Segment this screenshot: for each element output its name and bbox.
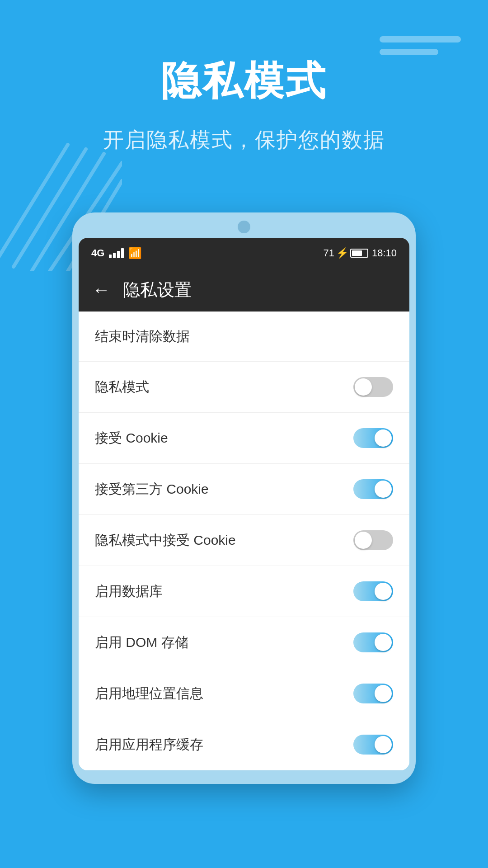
- status-left: 4G 📶: [91, 247, 142, 259]
- settings-item-database: 启用数据库: [79, 566, 409, 617]
- phone-frame: 4G 📶 71 ⚡: [72, 212, 416, 784]
- item-label-dom-storage: 启用 DOM 存储: [95, 633, 188, 652]
- item-label-accept-cookie: 接受 Cookie: [95, 429, 168, 448]
- status-right: 71 ⚡ 18:10: [323, 247, 397, 259]
- phone-camera: [238, 221, 250, 233]
- toggle-database[interactable]: [353, 581, 393, 601]
- svg-line-0: [0, 145, 68, 262]
- settings-item-accept-cookie: 接受 Cookie: [79, 413, 409, 464]
- nav-title: 隐私设置: [123, 278, 192, 302]
- settings-item-privacy-mode: 隐私模式: [79, 362, 409, 413]
- toggle-privacy-cookie[interactable]: [353, 530, 393, 550]
- item-label-privacy-cookie: 隐私模式中接受 Cookie: [95, 531, 236, 550]
- item-label-privacy-mode: 隐私模式: [95, 378, 149, 396]
- status-bar: 4G 📶 71 ⚡: [79, 238, 409, 269]
- wifi-icon: 📶: [128, 247, 142, 259]
- signal-icon: [109, 248, 124, 258]
- item-label-clear-on-exit: 结束时清除数据: [95, 327, 190, 346]
- back-button[interactable]: ←: [92, 280, 110, 300]
- page-title: 隐私模式: [0, 54, 488, 108]
- battery-indicator: 71 ⚡: [323, 247, 368, 259]
- nav-bar: ← 隐私设置: [79, 269, 409, 311]
- settings-item-third-party-cookie: 接受第三方 Cookie: [79, 464, 409, 515]
- network-indicator: 4G: [91, 247, 104, 259]
- toggle-privacy-mode[interactable]: [353, 377, 393, 397]
- page-subtitle: 开启隐私模式，保护您的数据: [0, 126, 488, 154]
- phone-screen: 4G 📶 71 ⚡: [79, 238, 409, 770]
- charging-icon: ⚡: [336, 247, 348, 259]
- toggle-third-party-cookie[interactable]: [353, 479, 393, 499]
- item-label-database: 启用数据库: [95, 582, 163, 601]
- status-time: 18:10: [372, 247, 397, 259]
- settings-list: 结束时清除数据 隐私模式 接受 Cookie: [79, 311, 409, 770]
- settings-item-geolocation: 启用地理位置信息: [79, 668, 409, 719]
- item-label-geolocation: 启用地理位置信息: [95, 684, 203, 703]
- toggle-dom-storage[interactable]: [353, 632, 393, 652]
- settings-item-clear-on-exit[interactable]: 结束时清除数据: [79, 311, 409, 362]
- battery-percent: 71: [323, 247, 334, 259]
- toggle-geolocation[interactable]: [353, 684, 393, 703]
- item-label-app-cache: 启用应用程序缓存: [95, 736, 203, 754]
- toggle-accept-cookie[interactable]: [353, 428, 393, 448]
- item-label-third-party-cookie: 接受第三方 Cookie: [95, 480, 209, 499]
- toggle-app-cache[interactable]: [353, 735, 393, 755]
- settings-item-app-cache: 启用应用程序缓存: [79, 719, 409, 770]
- settings-item-dom-storage: 启用 DOM 存储: [79, 617, 409, 668]
- header-area: 隐私模式 开启隐私模式，保护您的数据: [0, 0, 488, 154]
- settings-item-privacy-cookie: 隐私模式中接受 Cookie: [79, 515, 409, 566]
- phone-mockup: 4G 📶 71 ⚡: [72, 212, 416, 784]
